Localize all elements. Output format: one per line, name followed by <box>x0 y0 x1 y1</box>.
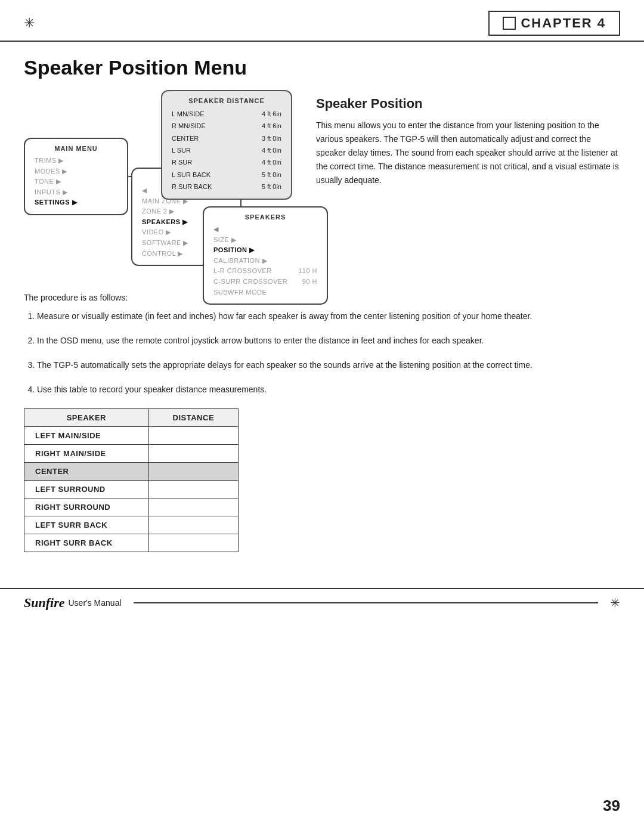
table-cell-distance <box>148 427 238 445</box>
table-cell-speaker: LEFT MAIN/SIDE <box>24 427 149 445</box>
page-footer: Sunfire User's Manual ✳ <box>0 588 644 617</box>
table-row: LEFT SURR BACK <box>24 516 239 534</box>
speakers-item-size: SIZE ▶ <box>213 235 317 246</box>
table-cell-speaker: RIGHT SURR BACK <box>24 534 149 552</box>
diagram-container: MAIN MENU TRIMS ▶ MODES ▶ TONE ▶ INPUTS … <box>24 90 298 275</box>
page-number: 39 <box>603 797 620 815</box>
footer-brand-area: Sunfire User's Manual <box>24 595 122 611</box>
table-cell-distance <box>148 498 238 516</box>
manual-label: User's Manual <box>68 598 121 608</box>
speakers-menu-box: SPEAKERS ◀ SIZE ▶ POSITION ▶ CALIBRATION… <box>203 206 328 305</box>
speakers-back-arrow: ◀ <box>213 224 317 235</box>
footer-asterisk: ✳ <box>610 596 620 610</box>
speakers-item-position: POSITION ▶ <box>213 245 317 256</box>
page-header: ✳ CHAPTER 4 <box>0 0 644 42</box>
chapter-box-icon <box>503 17 516 30</box>
table-row: RIGHT MAIN/SIDE <box>24 445 239 463</box>
procedure-section: The procedure is as follows: Measure or … <box>0 293 644 552</box>
table-cell-speaker: RIGHT MAIN/SIDE <box>24 445 149 463</box>
speakers-item-subwfr: SUBWFR MODE <box>213 287 317 298</box>
header-asterisk: ✳ <box>24 16 35 31</box>
distance-table: SPEAKER DISTANCE LEFT MAIN/SIDE RIGHT MA… <box>24 408 239 552</box>
speaker-distance-box: SPEAKER DISTANCE L MN/SIDE4 ft 6in R MN/… <box>161 90 292 200</box>
table-cell-speaker: LEFT SURROUND <box>24 481 149 498</box>
menu-item-inputs: INPUTS ▶ <box>35 187 117 198</box>
table-row: LEFT MAIN/SIDE <box>24 427 239 445</box>
speakers-item-csurr-crossover: C-SURR CROSSOVER90 H <box>213 277 317 287</box>
speakers-item-lr-crossover: L-R CROSSOVER110 H <box>213 266 317 277</box>
table-row: RIGHT SURR BACK <box>24 534 239 552</box>
speakers-menu-title: SPEAKERS <box>213 213 317 221</box>
table-row-center: CENTER <box>24 463 239 481</box>
text-area: Speaker Position This menu allows you to… <box>316 90 620 275</box>
menu-item-trims: TRIMS ▶ <box>35 156 117 166</box>
menu-item-tone: TONE ▶ <box>35 176 117 187</box>
table-row: LEFT SURROUND <box>24 481 239 498</box>
speaker-distance-title: SPEAKER DISTANCE <box>172 97 281 104</box>
section-body: This menu allows you to enter the distan… <box>316 119 620 187</box>
footer-line <box>134 602 598 603</box>
table-header-speaker: SPEAKER <box>24 409 149 427</box>
table-cell-speaker-center: CENTER <box>24 463 149 481</box>
table-cell-distance <box>148 445 238 463</box>
section-title: Speaker Position <box>316 96 620 112</box>
main-content: MAIN MENU TRIMS ▶ MODES ▶ TONE ▶ INPUTS … <box>0 90 644 275</box>
main-menu-title: MAIN MENU <box>35 145 117 152</box>
speakers-item-calibration: CALIBRATION ▶ <box>213 256 317 267</box>
menu-diagram: MAIN MENU TRIMS ▶ MODES ▶ TONE ▶ INPUTS … <box>24 90 298 275</box>
chapter-badge: CHAPTER 4 <box>488 11 620 36</box>
menu-item-modes: MODES ▶ <box>35 166 117 177</box>
procedure-step-2: In the OSD menu, use the remote control … <box>37 334 620 348</box>
table-row: RIGHT SURROUND <box>24 498 239 516</box>
brand-name: Sunfire <box>24 595 64 611</box>
page-title: Speaker Position Menu <box>0 42 644 90</box>
table-cell-distance-center <box>148 463 238 481</box>
table-cell-distance <box>148 534 238 552</box>
table-header-distance: DISTANCE <box>148 409 238 427</box>
procedure-list: Measure or visually estimate (in feet an… <box>37 309 620 397</box>
chapter-label: CHAPTER <box>521 16 592 31</box>
table-cell-distance <box>148 516 238 534</box>
speaker-distance-rows: L MN/SIDE4 ft 6in R MN/SIDE4 ft 6in CENT… <box>172 108 281 193</box>
procedure-step-3: The TGP-5 automatically sets the appropr… <box>37 358 620 372</box>
menu-item-settings: SETTINGS ▶ <box>35 197 117 208</box>
main-menu-box: MAIN MENU TRIMS ▶ MODES ▶ TONE ▶ INPUTS … <box>24 138 128 215</box>
table-cell-speaker: RIGHT SURROUND <box>24 498 149 516</box>
table-cell-distance <box>148 481 238 498</box>
table-cell-speaker: LEFT SURR BACK <box>24 516 149 534</box>
chapter-number: 4 <box>597 16 606 31</box>
procedure-step-1: Measure or visually estimate (in feet an… <box>37 309 620 323</box>
procedure-step-4: Use this table to record your speaker di… <box>37 383 620 397</box>
